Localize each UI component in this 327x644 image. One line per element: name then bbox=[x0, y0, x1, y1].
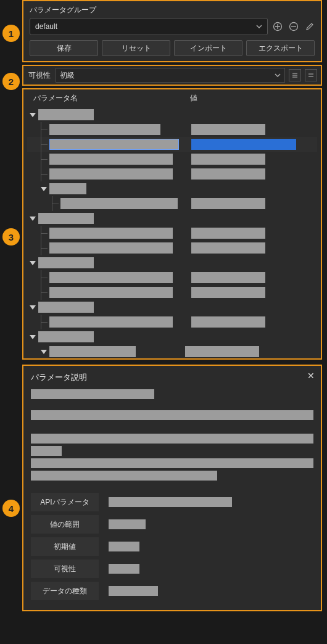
parameter-group-panel: パラメータグループ default 保存 リセット インポート エクスポート bbox=[22, 0, 322, 62]
parameter-group-title: パラメータグループ bbox=[30, 5, 315, 15]
tree-row[interactable] bbox=[27, 241, 317, 255]
add-group-icon[interactable] bbox=[273, 22, 283, 31]
parameter-description-panel: ✕ パラメータ説明 APIパラメータ 値の範囲 初期値 可視性 bbox=[22, 365, 322, 611]
desc-key-visibility: 可視性 bbox=[31, 559, 99, 578]
desc-row-dtype: データの種類 bbox=[31, 582, 313, 600]
chevron-down-icon[interactable] bbox=[30, 335, 36, 339]
desc-row-visibility: 可視性 bbox=[31, 559, 313, 578]
tree-group-row[interactable] bbox=[27, 255, 317, 270]
redacted-text bbox=[109, 542, 139, 551]
save-button[interactable]: 保存 bbox=[30, 40, 98, 56]
tree-row[interactable] bbox=[27, 270, 317, 285]
desc-row-default: 初期値 bbox=[31, 537, 313, 556]
chevron-down-icon[interactable] bbox=[30, 261, 36, 265]
tree-group-row[interactable] bbox=[27, 211, 317, 226]
description-table: APIパラメータ 値の範囲 初期値 可視性 データの種類 bbox=[31, 493, 313, 600]
redacted-text bbox=[31, 434, 313, 444]
chevron-down-icon[interactable] bbox=[30, 305, 36, 310]
parameter-description-title: パラメータ説明 bbox=[31, 372, 313, 383]
desc-row-api: APIパラメータ bbox=[31, 493, 313, 511]
chevron-down-icon[interactable] bbox=[30, 113, 36, 117]
tree-row[interactable] bbox=[27, 152, 317, 167]
redacted-text bbox=[31, 471, 217, 481]
redacted-text bbox=[109, 519, 146, 529]
parameter-group-selected: default bbox=[35, 22, 57, 31]
chevron-down-icon[interactable] bbox=[41, 350, 47, 354]
tree-row-selected[interactable] bbox=[27, 137, 317, 152]
chevron-down-icon bbox=[275, 72, 281, 78]
tree-row[interactable] bbox=[27, 344, 317, 359]
collapse-all-button[interactable] bbox=[305, 69, 317, 81]
callout-2: 2 bbox=[2, 73, 20, 90]
callout-1: 1 bbox=[2, 25, 20, 42]
parameter-group-select[interactable]: default bbox=[30, 18, 268, 35]
edit-group-icon[interactable] bbox=[305, 22, 315, 31]
parameter-tree-panel: パラメータ名 値 bbox=[22, 88, 322, 360]
tree-header-value: 値 bbox=[190, 93, 317, 104]
callout-4: 4 bbox=[2, 500, 20, 517]
chevron-down-icon[interactable] bbox=[41, 187, 47, 191]
redacted-text bbox=[109, 497, 232, 507]
tree-header: パラメータ名 値 bbox=[27, 92, 317, 107]
redacted-text bbox=[31, 410, 313, 420]
desc-row-range: 値の範囲 bbox=[31, 515, 313, 534]
visibility-selected: 初級 bbox=[60, 70, 75, 81]
chevron-down-icon[interactable] bbox=[30, 217, 36, 221]
tree-row[interactable] bbox=[27, 196, 317, 211]
redacted-text bbox=[31, 446, 62, 456]
tree-body[interactable] bbox=[27, 107, 317, 359]
export-button[interactable]: エクスポート bbox=[246, 40, 315, 56]
reset-button[interactable]: リセット bbox=[102, 40, 170, 56]
chevron-down-icon bbox=[256, 23, 262, 30]
import-button[interactable]: インポート bbox=[174, 40, 242, 56]
visibility-select[interactable]: 初級 bbox=[56, 68, 285, 83]
expand-all-button[interactable] bbox=[289, 69, 301, 81]
visibility-label: 可視性 bbox=[28, 70, 51, 81]
redacted-text bbox=[109, 564, 139, 574]
redacted-text bbox=[31, 389, 154, 399]
tree-subgroup-row[interactable] bbox=[27, 181, 317, 196]
callout-3: 3 bbox=[2, 228, 20, 246]
tree-group-row[interactable] bbox=[27, 300, 317, 315]
tree-row[interactable] bbox=[27, 285, 317, 300]
tree-header-name: パラメータ名 bbox=[33, 93, 190, 104]
tree-group-row[interactable] bbox=[27, 107, 317, 122]
close-button[interactable]: ✕ bbox=[307, 371, 315, 381]
tree-row[interactable] bbox=[27, 122, 317, 137]
desc-key-api: APIパラメータ bbox=[31, 493, 99, 511]
desc-key-range: 値の範囲 bbox=[31, 515, 99, 534]
remove-group-icon[interactable] bbox=[289, 22, 299, 31]
tree-row[interactable] bbox=[27, 315, 317, 329]
visibility-bar: 可視性 初級 bbox=[22, 65, 322, 86]
tree-row[interactable] bbox=[27, 226, 317, 241]
redacted-text bbox=[109, 586, 158, 596]
desc-key-dtype: データの種類 bbox=[31, 582, 99, 600]
redacted-text bbox=[31, 458, 313, 468]
desc-key-default: 初期値 bbox=[31, 537, 99, 556]
tree-group-row[interactable] bbox=[27, 329, 317, 344]
tree-row[interactable] bbox=[27, 167, 317, 181]
